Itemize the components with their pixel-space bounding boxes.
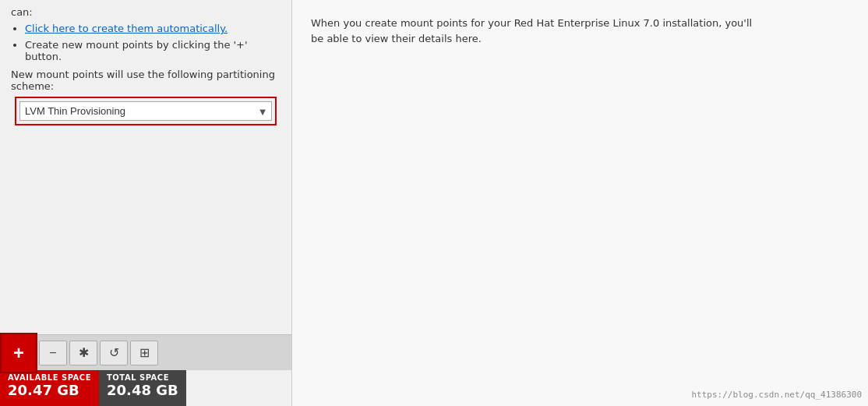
available-space-label: AVAILABLE SPACE [8,373,91,382]
right-description: When you create mount points for your Re… [311,16,763,46]
total-space-label: TOTAL SPACE [107,373,169,382]
main-container: can: Click here to create them automatic… [0,0,868,406]
refresh-button[interactable]: ↺ [100,341,128,365]
intro-text: can: [11,6,281,18]
space-bar: AVAILABLE SPACE 20.47 GB TOTAL SPACE 20.… [0,370,291,406]
right-panel: When you create mount points for your Re… [292,0,868,406]
extra-button[interactable]: ⊞ [130,341,158,365]
toolbar: + − ✱ ↺ ⊞ [0,334,291,370]
dropdown-wrapper: Standard Partition BTRFS LVM LVM Thin Pr… [15,97,277,125]
available-space-value: 20.47 GB [8,382,79,398]
bullet-item-text: Create new mount points by clicking the … [25,39,281,62]
left-panel: can: Click here to create them automatic… [0,0,292,406]
total-space-display: TOTAL SPACE 20.48 GB [99,370,186,406]
add-btn-container: + [0,333,37,373]
total-space-value: 20.48 GB [107,382,178,398]
partitioning-scheme-select[interactable]: Standard Partition BTRFS LVM LVM Thin Pr… [19,101,272,121]
bullet-list: Click here to create them automatically.… [11,23,281,62]
auto-create-link[interactable]: Click here to create them automatically. [25,23,228,34]
remove-mount-point-button[interactable]: − [39,341,67,365]
configure-button[interactable]: ✱ [69,341,97,365]
add-mount-point-button[interactable]: + [13,344,24,362]
bullet-item-link: Click here to create them automatically. [25,23,281,34]
left-content: can: Click here to create them automatic… [0,0,291,334]
create-mount-text: Create new mount points by clicking the … [25,39,248,62]
available-space-display: AVAILABLE SPACE 20.47 GB [0,370,99,406]
scheme-label: New mount points will use the following … [11,69,281,92]
select-container: Standard Partition BTRFS LVM LVM Thin Pr… [19,101,272,121]
watermark: https://blog.csdn.net/qq_41386300 [691,390,862,400]
